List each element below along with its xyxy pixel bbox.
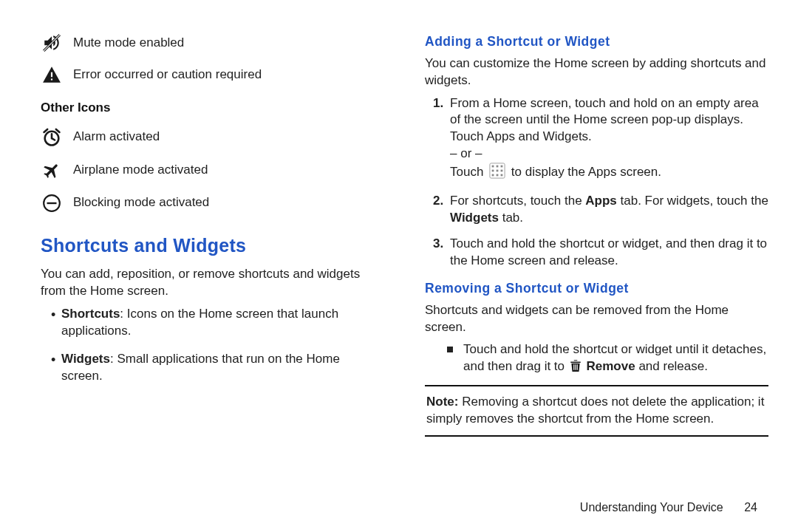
svg-rect-11: [492, 170, 494, 172]
warning-icon: [41, 66, 63, 83]
note-label: Note:: [426, 395, 458, 409]
note-body: Removing a shortcut does not delete the …: [426, 395, 764, 426]
removing-heading: Removing a Shortcut or Widget: [425, 280, 768, 298]
blocking-icon: [41, 194, 63, 213]
adding-intro: You can customize the Home screen by add…: [425, 55, 768, 89]
step-1-or: – or –: [450, 146, 482, 160]
airplane-icon: [41, 161, 63, 180]
shortcuts-bullets: Shortcuts: Icons on the Home screen that…: [41, 306, 384, 386]
svg-rect-12: [497, 170, 499, 172]
airplane-row: Airplane mode activated: [41, 161, 384, 180]
footer-page-number: 24: [744, 501, 757, 514]
removing-item: Touch and hold the shortcut or widget un…: [447, 341, 768, 378]
error-label: Error occurred or caution required: [73, 66, 262, 83]
svg-rect-13: [501, 170, 503, 172]
airplane-label: Airplane mode activated: [73, 162, 208, 179]
mute-icon: [41, 33, 63, 52]
note-rule-top: [425, 385, 768, 386]
svg-rect-3: [51, 78, 52, 80]
step-2-post: tab.: [499, 211, 523, 225]
svg-rect-8: [492, 166, 494, 168]
other-icons-heading: Other Icons: [41, 100, 384, 117]
svg-rect-9: [497, 166, 499, 168]
page-footer: Understanding Your Device 24: [580, 499, 757, 516]
step-2: For shortcuts, touch the Apps tab. For w…: [447, 193, 768, 227]
left-column: Mute mode enabled Error occurred or caut…: [41, 33, 384, 444]
shortcuts-heading: Shortcuts and Widgets: [41, 233, 384, 259]
alarm-label: Alarm activated: [73, 129, 160, 146]
bullet-shortcuts: Shortcuts: Icons on the Home screen that…: [51, 306, 384, 340]
step-1: From a Home screen, touch and hold on an…: [447, 95, 768, 185]
note-text: Note: Removing a shortcut does not delet…: [425, 394, 768, 428]
blocking-label: Blocking mode activated: [73, 194, 209, 211]
svg-rect-16: [501, 174, 503, 177]
blocking-row: Blocking mode activated: [41, 194, 384, 213]
svg-rect-14: [492, 174, 494, 177]
step-1-text-a: From a Home screen, touch and hold on an…: [450, 96, 759, 144]
step-1-text-b-post: to display the Apps screen.: [508, 165, 661, 179]
step-3: Touch and hold the shortcut or widget, a…: [447, 236, 768, 270]
removing-item-bold: Remove: [587, 359, 635, 373]
bullet-widgets: Widgets: Small applications that run on …: [51, 351, 384, 385]
removing-item-post: and release.: [635, 359, 708, 373]
note-rule-bottom: [425, 435, 768, 437]
adding-heading: Adding a Shortcut or Widget: [425, 33, 768, 51]
error-row: Error occurred or caution required: [41, 66, 384, 83]
shortcuts-intro: You can add, reposition, or remove short…: [41, 266, 384, 300]
alarm-icon: [41, 127, 63, 148]
mute-label: Mute mode enabled: [73, 35, 184, 52]
apps-grid-icon: [489, 163, 505, 184]
bullet-widgets-term: Widgets: [61, 352, 110, 366]
svg-rect-2: [51, 72, 52, 78]
step-2-apps: Apps: [585, 194, 617, 208]
adding-steps: From a Home screen, touch and hold on an…: [425, 95, 768, 270]
mute-row: Mute mode enabled: [41, 33, 384, 52]
trash-icon: [570, 359, 582, 378]
alarm-row: Alarm activated: [41, 127, 384, 148]
removing-intro: Shortcuts and widgets can be removed fro…: [425, 302, 768, 336]
bullet-shortcuts-term: Shortcuts: [61, 307, 120, 321]
step-2-widgets: Widgets: [450, 211, 499, 225]
footer-section: Understanding Your Device: [580, 501, 723, 514]
step-1-text-b-pre: Touch: [450, 165, 487, 179]
svg-rect-15: [497, 174, 499, 177]
removing-list: Touch and hold the shortcut or widget un…: [425, 341, 768, 378]
step-2-pre: For shortcuts, touch the: [450, 194, 585, 208]
step-2-mid: tab. For widgets, touch the: [617, 194, 768, 208]
svg-rect-10: [501, 166, 503, 168]
right-column: Adding a Shortcut or Widget You can cust…: [425, 33, 768, 444]
